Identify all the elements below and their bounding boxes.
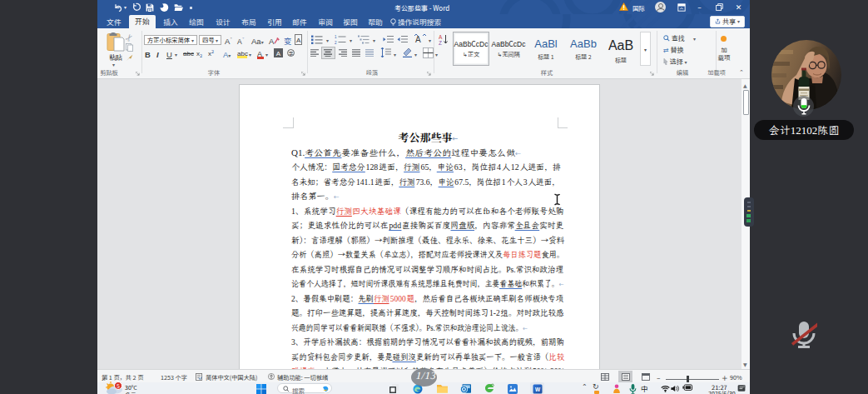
svg-text:A: A (415, 35, 421, 44)
svg-text:Z: Z (439, 40, 442, 45)
svg-text:W: W (535, 386, 541, 392)
svg-text:A: A (439, 34, 443, 40)
svg-text:2: 2 (335, 41, 337, 45)
svg-text:1: 1 (335, 35, 337, 39)
